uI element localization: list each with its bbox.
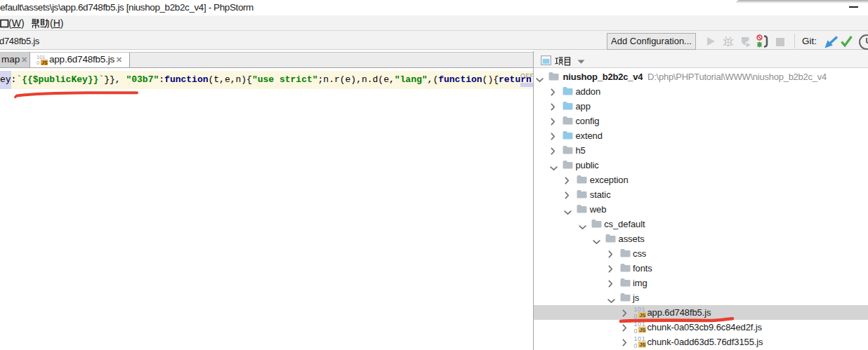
svg-text:0: 0 xyxy=(37,60,39,65)
svg-text:0: 0 xyxy=(633,328,637,334)
svg-text:JS: JS xyxy=(639,342,645,348)
svg-text:JS: JS xyxy=(639,327,645,333)
svg-text:JS: JS xyxy=(41,60,48,65)
svg-text:0: 0 xyxy=(633,342,637,349)
